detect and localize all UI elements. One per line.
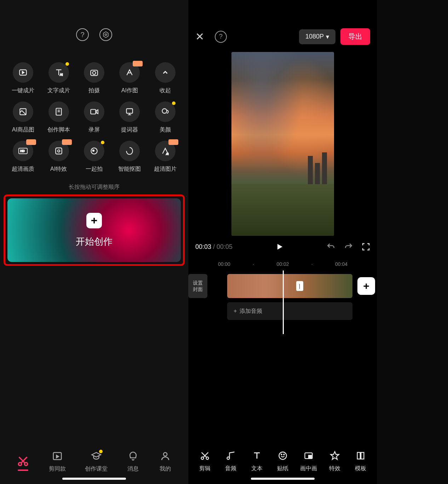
playhead[interactable] [283, 270, 284, 334]
ruler-tick: · [297, 261, 327, 267]
toolbar-label: 模板 [355, 465, 366, 472]
tool-teleprompter[interactable]: 提词器 [114, 101, 145, 134]
mine-icon [159, 450, 172, 462]
video-preview[interactable] [231, 52, 334, 236]
player-controls: 00:03 / 00:05 [188, 236, 377, 258]
svg-point-20 [57, 150, 60, 152]
toolbar-edit[interactable]: 剪辑 [194, 450, 216, 472]
clip-split-handle[interactable]: | [296, 281, 303, 291]
nav-same-style[interactable]: 剪同款 [49, 450, 66, 473]
toolbar-label: 剪辑 [199, 465, 211, 472]
time-ruler: 00:00·00:02·00:04 [188, 261, 377, 267]
text-icon [251, 450, 263, 461]
toolbar-label: 特效 [329, 465, 340, 472]
toolbar-label: 贴纸 [277, 465, 288, 472]
tool-label: 智能抠图 [118, 165, 141, 173]
settings-icon[interactable] [99, 28, 112, 41]
toolbar-effect[interactable]: 特效 [324, 450, 345, 472]
svg-rect-42 [357, 452, 360, 459]
nav-academy[interactable]: 创作课堂 [85, 450, 108, 473]
tool-grid: 一键成片AI文字成片拍摄AI作图收起AI商品图创作脚本录屏提词器美颜HD超清画质… [0, 52, 188, 176]
tool-label: 提词器 [121, 126, 138, 134]
resolution-button[interactable]: 1080P ▾ [299, 29, 335, 44]
plus-icon: + [234, 308, 237, 314]
badge-dot [65, 62, 69, 66]
set-cover-button[interactable]: 设置 封面 [188, 274, 207, 298]
time-display: 00:03 / 00:05 [195, 243, 232, 251]
resolution-label: 1080P [305, 33, 324, 40]
tool-label: 一键成片 [12, 87, 34, 94]
toolbar-template[interactable]: 模板 [350, 450, 371, 472]
create-highlight-box: + 开始创作 [4, 194, 185, 266]
close-icon[interactable]: ✕ [195, 30, 204, 43]
svg-rect-43 [361, 452, 364, 459]
toolbar-label: 音频 [225, 465, 236, 472]
svg-text:AI: AI [60, 73, 63, 76]
nav-label: 消息 [127, 465, 139, 473]
fullscreen-button[interactable] [362, 243, 370, 251]
audio-icon [225, 450, 236, 461]
svg-marker-29 [56, 455, 58, 458]
shoot-icon [84, 62, 104, 83]
undo-button[interactable] [326, 242, 335, 251]
tool-ai-product[interactable]: AI商品图 [7, 101, 39, 134]
tool-hd-quality[interactable]: HD超清画质 [7, 141, 39, 173]
nav-messages[interactable]: 消息 [127, 450, 139, 473]
help-icon[interactable]: ? [215, 31, 227, 43]
toolbar-audio[interactable]: 音频 [220, 450, 241, 472]
svg-rect-40 [309, 455, 311, 457]
tool-beauty[interactable]: 美颜 [149, 101, 181, 134]
tool-shoot-together[interactable]: 一起拍 [78, 141, 110, 173]
tool-ai-effect[interactable]: AI特效 [42, 141, 74, 173]
teleprompter-icon [119, 101, 140, 122]
tool-one-click-video[interactable]: 一键成片 [7, 62, 39, 94]
start-create-card[interactable]: + 开始创作 [7, 198, 181, 262]
nav-cut[interactable] [17, 455, 29, 467]
tool-shoot[interactable]: 拍摄 [78, 62, 110, 94]
svg-point-1 [105, 34, 107, 36]
hd-quality-icon: HD [13, 141, 33, 161]
home-panel: ? 一键成片AI文字成片拍摄AI作图收起AI商品图创作脚本录屏提词器美颜HD超清… [0, 0, 188, 484]
smart-cutout-icon [119, 141, 140, 161]
toolbar-label: 画中画 [300, 465, 317, 472]
video-clip[interactable]: | [227, 274, 352, 298]
svg-marker-0 [103, 32, 108, 38]
help-icon[interactable]: ? [76, 28, 89, 41]
toolbar-text[interactable]: 文本 [246, 450, 268, 472]
add-clip-button[interactable]: + [357, 277, 375, 295]
tool-script[interactable]: 创作脚本 [42, 101, 74, 134]
nav-mine[interactable]: 我的 [159, 450, 172, 473]
left-top-bar: ? [0, 0, 188, 52]
tool-label: 美颜 [160, 126, 171, 134]
pip-icon [303, 450, 314, 461]
ai-effect-icon [48, 141, 69, 161]
svg-rect-11 [91, 110, 96, 114]
tool-record-screen[interactable]: 录屏 [78, 101, 110, 134]
ruler-tick: 00:04 [327, 261, 356, 267]
tool-label: 拍摄 [88, 87, 100, 94]
tool-label: AI作图 [121, 87, 138, 94]
tool-collapse[interactable]: 收起 [149, 62, 181, 94]
svg-point-16 [162, 109, 167, 113]
redo-button[interactable] [344, 242, 353, 251]
tool-label: 收起 [160, 87, 171, 94]
play-button[interactable] [275, 243, 284, 251]
add-audio-button[interactable]: + 添加音频 [227, 302, 352, 320]
export-button[interactable]: 导出 [340, 28, 370, 45]
editor-panel: ✕ ? 1080P ▾ 导出 00:03 / 00:05 [188, 0, 377, 484]
tracks: 设置 封面 | + + 添加音频 [188, 274, 377, 345]
toolbar-pip[interactable]: 画中画 [298, 450, 319, 472]
one-click-video-icon [13, 62, 33, 83]
tool-text-to-video[interactable]: AI文字成片 [42, 62, 74, 94]
svg-point-22 [93, 150, 94, 151]
svg-rect-13 [127, 109, 133, 113]
tool-label: 超清画质 [12, 165, 34, 173]
reorder-hint: 长按拖动可调整顺序 [0, 176, 188, 194]
tool-ai-draw[interactable]: AI作图 [114, 62, 145, 94]
tool-label: 超清图片 [154, 165, 177, 173]
tool-hd-image[interactable]: AI超清图片 [149, 141, 181, 173]
tool-label: 录屏 [88, 126, 100, 134]
messages-icon [127, 450, 139, 462]
toolbar-sticker[interactable]: 贴纸 [272, 450, 293, 472]
tool-smart-cutout[interactable]: 智能抠图 [114, 141, 145, 173]
